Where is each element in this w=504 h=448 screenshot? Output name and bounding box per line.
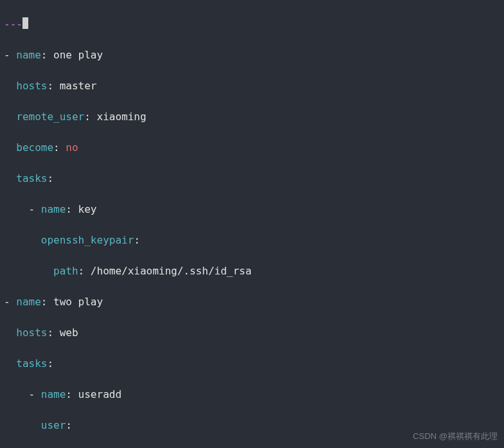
line: tasks: [4, 356, 500, 372]
cursor-block [22, 17, 28, 29]
line: - name: two play [4, 294, 500, 310]
yaml-doc-start: --- [4, 18, 22, 30]
line: - name: useradd [4, 387, 500, 402]
line: hosts: web [4, 325, 500, 341]
line: path: /home/xiaoming/.ssh/id_rsa [4, 264, 500, 279]
line: user: [4, 418, 500, 433]
line: tasks: [4, 171, 500, 186]
code-editor: --- - name: one play hosts: master remot… [0, 0, 504, 448]
line: openssh_keypair: [4, 233, 500, 248]
line: --- [4, 17, 500, 32]
line: hosts: master [4, 78, 500, 94]
line: remote_user: xiaoming [4, 109, 500, 125]
line: become: no [4, 140, 500, 156]
line: - name: one play [4, 48, 500, 63]
line: - name: key [4, 202, 500, 217]
